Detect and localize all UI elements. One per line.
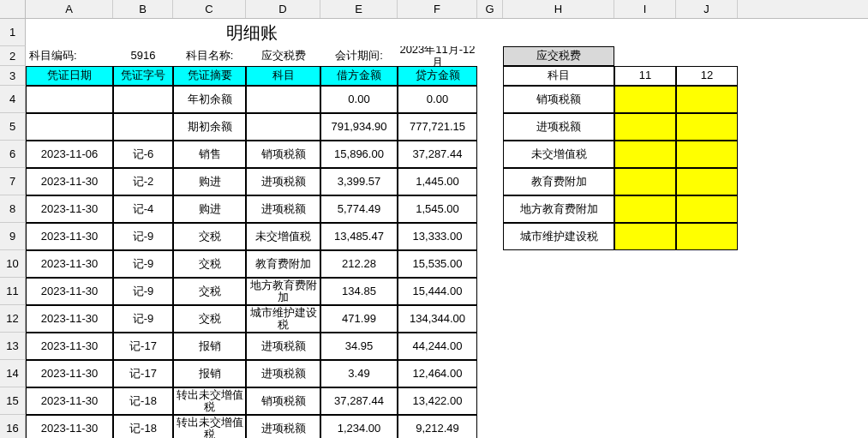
row12-date[interactable]: 2023-11-30: [26, 415, 113, 438]
corner-cell[interactable]: [0, 0, 26, 18]
row-head-3[interactable]: 3: [0, 66, 26, 86]
row5-debit[interactable]: 13,485.47: [320, 223, 398, 250]
row6-vno[interactable]: 记-9: [113, 250, 173, 278]
row12-credit[interactable]: 9,212.49: [398, 415, 477, 438]
row-head-16[interactable]: 16: [0, 415, 26, 438]
row0-date[interactable]: [26, 86, 113, 113]
row11-vno[interactable]: 记-18: [113, 387, 173, 415]
row-head-5[interactable]: 5: [0, 113, 26, 141]
row0-summary[interactable]: 年初余额: [173, 86, 246, 113]
summary-val1-5[interactable]: [614, 223, 676, 250]
row-head-15[interactable]: 15: [0, 387, 26, 415]
row6-credit[interactable]: 15,535.00: [398, 250, 477, 278]
summary-val1-4[interactable]: [614, 195, 676, 223]
row2-credit[interactable]: 37,287.44: [398, 141, 477, 168]
row2-subject[interactable]: 销项税额: [246, 141, 320, 168]
row6-debit[interactable]: 212.28: [320, 250, 398, 278]
row6-date[interactable]: 2023-11-30: [26, 250, 113, 278]
row8-date[interactable]: 2023-11-30: [26, 305, 113, 333]
summary-val2-2[interactable]: [676, 141, 738, 168]
grid[interactable]: 明细账科目编码:5916科目名称:应交税费会计期间:2023年11月-12月凭证…: [26, 19, 738, 438]
col-head-B[interactable]: B: [113, 0, 173, 18]
row11-debit[interactable]: 37,287.44: [320, 387, 398, 415]
row2-vno[interactable]: 记-6: [113, 141, 173, 168]
row4-vno[interactable]: 记-4: [113, 195, 173, 223]
row10-subject[interactable]: 进项税额: [246, 360, 320, 387]
row1-summary[interactable]: 期初余额: [173, 113, 246, 141]
row8-debit[interactable]: 471.99: [320, 305, 398, 333]
row3-debit[interactable]: 3,399.57: [320, 168, 398, 195]
summary-val2-5[interactable]: [676, 223, 738, 250]
row5-credit[interactable]: 13,333.00: [398, 223, 477, 250]
row-head-9[interactable]: 9: [0, 223, 26, 250]
row7-summary[interactable]: 交税: [173, 278, 246, 305]
row10-summary[interactable]: 报销: [173, 360, 246, 387]
row11-credit[interactable]: 13,422.00: [398, 387, 477, 415]
summary-val1-2[interactable]: [614, 141, 676, 168]
row-head-7[interactable]: 7: [0, 168, 26, 195]
col-head-E[interactable]: E: [320, 0, 398, 18]
row3-summary[interactable]: 购进: [173, 168, 246, 195]
row-head-13[interactable]: 13: [0, 333, 26, 360]
col-head-A[interactable]: A: [26, 0, 113, 18]
row1-debit[interactable]: 791,934.90: [320, 113, 398, 141]
row7-debit[interactable]: 134.85: [320, 278, 398, 305]
col-head-H[interactable]: H: [503, 0, 614, 18]
row12-summary[interactable]: 转出未交增值税: [173, 415, 246, 438]
row0-subject[interactable]: [246, 86, 320, 113]
row10-vno[interactable]: 记-17: [113, 360, 173, 387]
row5-subject[interactable]: 未交增值税: [246, 223, 320, 250]
row11-summary[interactable]: 转出未交增值税: [173, 387, 246, 415]
row12-vno[interactable]: 记-18: [113, 415, 173, 438]
row5-vno[interactable]: 记-9: [113, 223, 173, 250]
row-head-6[interactable]: 6: [0, 141, 26, 168]
row-head-1[interactable]: 1: [0, 19, 26, 46]
col-head-D[interactable]: D: [246, 0, 320, 18]
row8-credit[interactable]: 134,344.00: [398, 305, 477, 333]
row4-debit[interactable]: 5,774.49: [320, 195, 398, 223]
row1-date[interactable]: [26, 113, 113, 141]
row-head-4[interactable]: 4: [0, 86, 26, 113]
row4-credit[interactable]: 1,545.00: [398, 195, 477, 223]
row8-summary[interactable]: 交税: [173, 305, 246, 333]
row0-credit[interactable]: 0.00: [398, 86, 477, 113]
col-head-I[interactable]: I: [614, 0, 676, 18]
row-head-11[interactable]: 11: [0, 278, 26, 305]
row9-vno[interactable]: 记-17: [113, 333, 173, 360]
row-head-12[interactable]: 12: [0, 305, 26, 333]
row-head-2[interactable]: 2: [0, 46, 26, 66]
row11-date[interactable]: 2023-11-30: [26, 387, 113, 415]
row10-date[interactable]: 2023-11-30: [26, 360, 113, 387]
col-head-J[interactable]: J: [676, 0, 738, 18]
row3-date[interactable]: 2023-11-30: [26, 168, 113, 195]
row8-vno[interactable]: 记-9: [113, 305, 173, 333]
row4-summary[interactable]: 购进: [173, 195, 246, 223]
row12-subject[interactable]: 进项税额: [246, 415, 320, 438]
row2-date[interactable]: 2023-11-06: [26, 141, 113, 168]
summary-val2-3[interactable]: [676, 168, 738, 195]
row6-summary[interactable]: 交税: [173, 250, 246, 278]
row10-debit[interactable]: 3.49: [320, 360, 398, 387]
row7-subject[interactable]: 地方教育费附加: [246, 278, 320, 305]
row9-credit[interactable]: 44,244.00: [398, 333, 477, 360]
summary-val1-0[interactable]: [614, 86, 676, 113]
summary-val2-1[interactable]: [676, 113, 738, 141]
row3-subject[interactable]: 进项税额: [246, 168, 320, 195]
row7-credit[interactable]: 15,444.00: [398, 278, 477, 305]
row9-summary[interactable]: 报销: [173, 333, 246, 360]
col-head-G[interactable]: G: [477, 0, 503, 18]
row6-subject[interactable]: 教育费附加: [246, 250, 320, 278]
row0-vno[interactable]: [113, 86, 173, 113]
row5-summary[interactable]: 交税: [173, 223, 246, 250]
row1-subject[interactable]: [246, 113, 320, 141]
row1-vno[interactable]: [113, 113, 173, 141]
row5-date[interactable]: 2023-11-30: [26, 223, 113, 250]
row1-credit[interactable]: 777,721.15: [398, 113, 477, 141]
row8-subject[interactable]: 城市维护建设税: [246, 305, 320, 333]
row-head-8[interactable]: 8: [0, 195, 26, 223]
row3-vno[interactable]: 记-2: [113, 168, 173, 195]
row3-credit[interactable]: 1,445.00: [398, 168, 477, 195]
summary-val1-1[interactable]: [614, 113, 676, 141]
summary-val2-0[interactable]: [676, 86, 738, 113]
row11-subject[interactable]: 销项税额: [246, 387, 320, 415]
